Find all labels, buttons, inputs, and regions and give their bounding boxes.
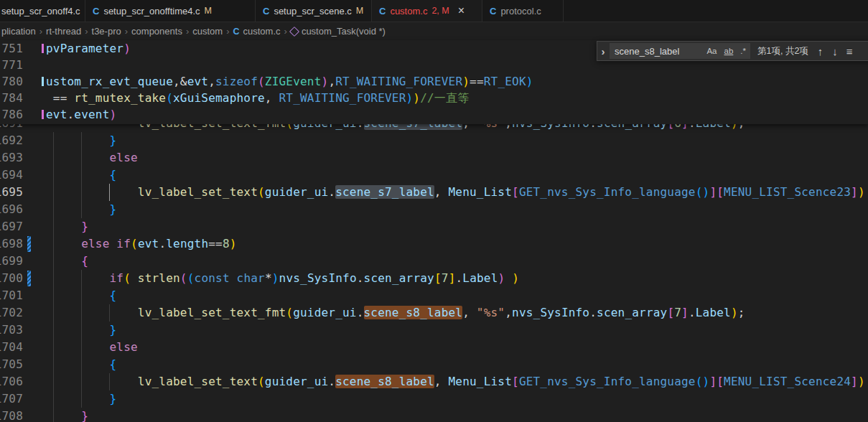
code-line-1696[interactable]: 1696 }: [0, 201, 868, 218]
line-number-1708[interactable]: 1708: [0, 408, 23, 422]
code-text: lv_label_set_text(guider_ui.scene_s8_lab…: [46, 373, 865, 390]
toggle-replace-chevron-icon[interactable]: ›: [597, 45, 609, 57]
tab-setup_scr_scene.c[interactable]: Csetup_scr_scene.cM: [256, 0, 372, 22]
find-match-highlight: scene_s8_label: [364, 306, 463, 319]
code-text: lv_label_set_text_fmt(guider_ui.scene_s8…: [46, 304, 745, 322]
sticky-line-784[interactable]: 784 == rt_mutex_take(xGuiSemaphore, RT_W…: [0, 90, 868, 106]
breadcrumb-item-custom[interactable]: custom: [192, 26, 223, 37]
breadcrumb-separator-icon: ›: [226, 26, 229, 37]
code-line-1701[interactable]: 1701 {: [0, 287, 868, 304]
code-line-1699[interactable]: 1699 {: [0, 253, 868, 270]
line-number-1697[interactable]: 1697: [0, 218, 23, 235]
line-number-1704[interactable]: 1704: [0, 339, 23, 356]
regex-icon[interactable]: .*: [738, 46, 748, 56]
code-line-1703[interactable]: 1703 }: [0, 322, 868, 339]
code-editor[interactable]: 1691 lv_label_set_text_fmt(guider_ui.sce…: [0, 40, 868, 422]
sticky-line-786[interactable]: 786evt.event): [0, 106, 868, 123]
line-number-1707[interactable]: 1707: [0, 390, 23, 408]
code-line-1694[interactable]: 1694 {: [0, 167, 868, 184]
sticky-code-text: == rt_mutex_take(xGuiSemaphore, RT_WAITI…: [46, 90, 469, 106]
tab-setup_scr_onofftime4.c[interactable]: Csetup_scr_onofftime4.cM: [85, 0, 256, 22]
line-number-1694[interactable]: 1694: [0, 167, 23, 184]
c-file-icon: C: [263, 6, 269, 17]
tab-setup_scr_onoff4.c[interactable]: setup_scr_onoff4.cM: [0, 0, 85, 22]
code-line-1700[interactable]: 1700 if( strlen((const char*)nvs_SysInfo…: [0, 270, 868, 287]
breadcrumb-label: components: [131, 26, 182, 37]
tab-label: setup_scr_onofftime4.c: [103, 6, 200, 17]
breadcrumb-label: plication: [1, 26, 36, 37]
code-line-1708[interactable]: 1708 }: [0, 408, 868, 422]
breadcrumb: plication›rt-thread›t3e-pro›components›c…: [0, 22, 868, 40]
breadcrumb-label: custom_Task(void *): [302, 26, 386, 37]
tab-protocol.c[interactable]: Cprotocol.c: [482, 0, 564, 22]
code-text: }: [46, 201, 116, 218]
code-line-1692[interactable]: 1692 }: [0, 132, 868, 149]
sticky-line-number: 780: [0, 73, 23, 90]
previous-match-icon[interactable]: ↑: [818, 45, 823, 57]
symbol-method-icon: [289, 26, 299, 36]
find-match-highlight: scene_s8_label: [335, 375, 434, 388]
git-modified-marker: [27, 236, 31, 252]
code-line-1693[interactable]: 1693 else: [0, 149, 868, 167]
breadcrumb-item-custom_Task(void *)[interactable]: custom_Task(void *): [291, 26, 386, 37]
code-text: if( strlen((const char*)nvs_SysInfo.scen…: [46, 270, 519, 287]
code-text: lv_label_set_text(guider_ui.scene_s7_lab…: [46, 184, 865, 201]
line-number-1693[interactable]: 1693: [0, 149, 23, 167]
tab-label: protocol.c: [500, 6, 541, 17]
code-line-1704[interactable]: 1704 else: [0, 339, 868, 356]
clipped-char-sliver: [42, 77, 44, 86]
breadcrumb-item-rt-thread[interactable]: rt-thread: [46, 26, 81, 37]
line-number-1706[interactable]: 1706: [0, 373, 23, 390]
tab-custom.c[interactable]: Ccustom.c2, M×: [372, 0, 482, 22]
code-line-1702[interactable]: 1702 lv_label_set_text_fmt(guider_ui.sce…: [0, 304, 868, 322]
line-number-1705[interactable]: 1705: [0, 356, 23, 373]
breadcrumb-separator-icon: ›: [284, 26, 287, 37]
code-line-1705[interactable]: 1705 {: [0, 356, 868, 373]
git-modified-marker: [27, 271, 31, 286]
breadcrumb-item-t3e-pro[interactable]: t3e-pro: [92, 26, 121, 37]
word-highlight: scene_s7_label: [335, 185, 434, 199]
line-number-1695[interactable]: 1695: [0, 184, 23, 201]
line-number-1699[interactable]: 1699: [0, 253, 23, 270]
breadcrumb-separator-icon: ›: [39, 26, 42, 37]
next-match-icon[interactable]: ↓: [832, 45, 838, 57]
line-number-1700[interactable]: 1700: [0, 270, 23, 287]
line-number-1696[interactable]: 1696: [0, 201, 23, 218]
breadcrumb-item-custom.c[interactable]: Ccustom.c: [233, 26, 281, 37]
line-number-1702[interactable]: 1702: [0, 304, 23, 322]
code-text: }: [46, 322, 116, 339]
tab-label: setup_scr_scene.c: [274, 6, 351, 17]
breadcrumb-label: custom.c: [243, 26, 281, 37]
find-input-wrap: Aa ab .*: [610, 43, 750, 59]
code-text: }: [46, 390, 116, 408]
breadcrumb-label: rt-thread: [46, 26, 81, 37]
code-text: {: [46, 356, 116, 373]
sticky-line-number: 784: [0, 90, 23, 106]
c-file-icon: C: [490, 6, 496, 17]
line-number-1703[interactable]: 1703: [0, 322, 23, 339]
close-tab-icon[interactable]: ×: [458, 5, 465, 17]
breadcrumb-separator-icon: ›: [186, 26, 189, 37]
code-line-1707[interactable]: 1707 }: [0, 390, 868, 408]
sticky-line-number: 771: [0, 57, 23, 73]
code-line-1695[interactable]: 1695 lv_label_set_text(guider_ui.scene_s…: [0, 184, 868, 201]
code-line-1698[interactable]: 1698 else if(evt.length==8): [0, 235, 868, 253]
code-text: else: [46, 149, 138, 167]
sticky-line-780[interactable]: 780ustom_rx_evt_queue,&evt,sizeof(ZIGEve…: [0, 73, 868, 90]
tab-bar: setup_scr_onoff4.cMCsetup_scr_onofftime4…: [0, 0, 868, 22]
line-number-1692[interactable]: 1692: [0, 132, 23, 149]
find-toggles: Aa ab .*: [704, 43, 748, 59]
code-line-1697[interactable]: 1697 }: [0, 218, 868, 235]
code-text: {: [46, 287, 116, 304]
line-number-1701[interactable]: 1701: [0, 287, 23, 304]
code-text: }: [46, 218, 88, 235]
breadcrumb-label: t3e-pro: [92, 26, 121, 37]
match-case-icon[interactable]: Aa: [704, 46, 719, 56]
find-in-selection-icon[interactable]: ≡: [846, 45, 853, 57]
code-line-1706[interactable]: 1706 lv_label_set_text(guider_ui.scene_s…: [0, 373, 868, 390]
breadcrumb-item-plication[interactable]: plication: [1, 26, 36, 37]
breadcrumb-separator-icon: ›: [85, 26, 88, 37]
whole-word-icon[interactable]: ab: [722, 46, 736, 56]
breadcrumb-item-components[interactable]: components: [131, 26, 182, 37]
line-number-1698[interactable]: 1698: [0, 235, 23, 253]
